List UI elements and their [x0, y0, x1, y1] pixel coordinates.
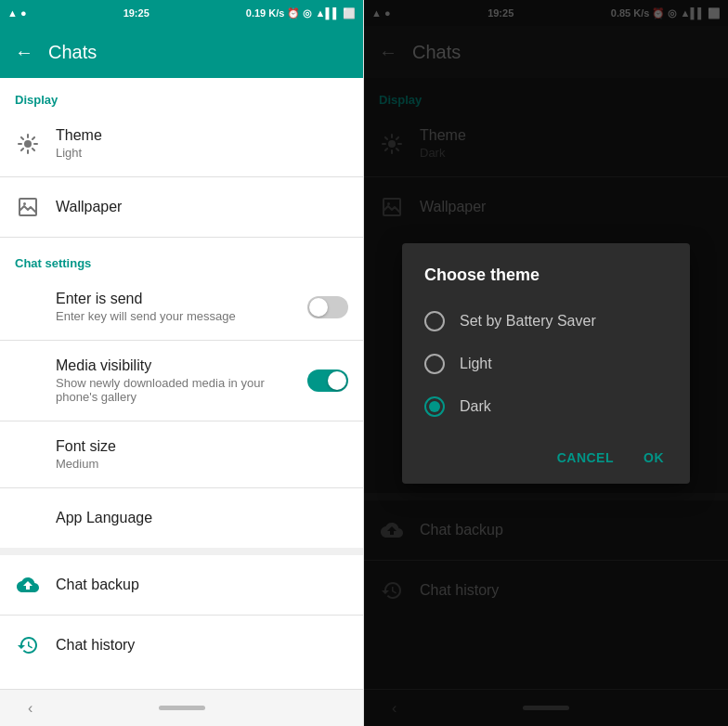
media-visibility-sublabel: Show newly downloaded media in your phon…	[56, 376, 292, 404]
dialog-option-battery[interactable]: Set by Battery Saver	[402, 300, 690, 343]
toggle-knob-media	[328, 371, 346, 390]
status-right-icons: 0.19 K/s ⏰ ◎ ▲▌▌ ⬜	[246, 7, 356, 19]
app-language-setting-left[interactable]: App Language	[0, 492, 363, 544]
theme-text-left: Theme Light	[56, 127, 348, 160]
speed-left: 0.19 K/s	[246, 7, 285, 19]
font-size-value: Medium	[56, 457, 348, 471]
display-section-header-left: Display	[0, 78, 363, 114]
toggle-knob-enter	[309, 298, 328, 317]
divider-7-left	[0, 615, 363, 616]
toolbar-left: ← Chats	[0, 26, 363, 78]
dialog-actions: CANCEL OK	[402, 435, 690, 476]
dialog-option-label-light: Light	[460, 356, 492, 372]
nav-back-left[interactable]: ‹	[28, 700, 32, 717]
page-title-left: Chats	[48, 42, 97, 63]
media-visibility-toggle[interactable]	[307, 369, 348, 392]
chat-settings-header-left: Chat settings	[0, 241, 363, 278]
dialog-option-dark[interactable]: Dark	[402, 385, 690, 428]
dialog-title: Choose theme	[402, 266, 690, 300]
divider-1-left	[0, 176, 363, 177]
choose-theme-dialog: Choose theme Set by Battery Saver Light …	[402, 243, 690, 484]
svg-point-0	[24, 140, 32, 148]
history-icon-left	[15, 632, 41, 658]
theme-icon-left	[15, 131, 41, 157]
time-left: 19:25	[124, 7, 150, 19]
enter-is-send-text: Enter is send Enter key will send your m…	[15, 291, 292, 323]
media-visibility-text: Media visibility Show newly downloaded m…	[15, 357, 292, 404]
media-visibility-label: Media visibility	[56, 357, 292, 374]
dialog-option-label-dark: Dark	[460, 398, 491, 415]
left-panel: ▲ ● 19:25 0.19 K/s ⏰ ◎ ▲▌▌ ⬜ ← Chats Dis…	[0, 0, 364, 726]
right-panel: ▲ ● 19:25 0.85 K/s ⏰ ◎ ▲▌▌ ⬜ ← Chats Dis…	[364, 0, 728, 726]
nav-bar-left: ‹	[0, 689, 363, 726]
divider-2-left	[0, 237, 363, 238]
divider-3-left	[0, 340, 363, 341]
wallpaper-label-left: Wallpaper	[56, 199, 348, 215]
font-size-text: Font size Medium	[15, 438, 348, 471]
cancel-button[interactable]: CANCEL	[546, 443, 625, 473]
chat-history-setting-left[interactable]: Chat history	[0, 619, 363, 671]
battery-icon: ⬜	[343, 7, 356, 19]
media-visibility-setting[interactable]: Media visibility Show newly downloaded m…	[0, 344, 363, 417]
font-size-label: Font size	[56, 438, 348, 455]
wallpaper-text-left: Wallpaper	[56, 199, 348, 215]
theme-setting-left[interactable]: Theme Light	[0, 114, 363, 173]
signal-icon: ▲ ●	[7, 7, 27, 19]
dialog-option-label-battery: Set by Battery Saver	[460, 313, 596, 330]
wallpaper-icon-left	[15, 194, 41, 220]
app-language-text-left: App Language	[15, 510, 348, 526]
dialog-overlay[interactable]: Choose theme Set by Battery Saver Light …	[364, 0, 728, 726]
radio-battery	[424, 311, 445, 331]
divider-4-left	[0, 421, 363, 421]
divider-6-left	[0, 548, 363, 555]
ok-button[interactable]: OK	[632, 443, 675, 473]
chat-backup-label-left: Chat backup	[56, 577, 348, 593]
radio-light	[424, 354, 445, 374]
radio-dark	[424, 396, 445, 417]
app-language-label-left: App Language	[56, 510, 348, 526]
enter-is-send-setting[interactable]: Enter is send Enter key will send your m…	[0, 278, 363, 336]
svg-point-2	[23, 202, 26, 205]
chat-history-label-left: Chat history	[56, 637, 348, 654]
enter-is-send-toggle[interactable]	[307, 296, 348, 318]
status-left-icons: ▲ ●	[7, 7, 27, 19]
font-size-setting[interactable]: Font size Medium	[0, 425, 363, 484]
status-bar-left: ▲ ● 19:25 0.19 K/s ⏰ ◎ ▲▌▌ ⬜	[0, 0, 363, 26]
divider-5-left	[0, 487, 363, 488]
chat-history-text-left: Chat history	[56, 637, 348, 654]
nav-pill-left	[159, 706, 205, 710]
radio-dark-inner	[429, 401, 440, 412]
theme-value-left: Light	[56, 146, 348, 160]
wallpaper-setting-left[interactable]: Wallpaper	[0, 181, 363, 233]
settings-content-left: Display Theme Light	[0, 78, 363, 689]
chat-backup-text-left: Chat backup	[56, 577, 348, 593]
theme-label-left: Theme	[56, 127, 348, 144]
dialog-option-light[interactable]: Light	[402, 343, 690, 385]
wifi-icon: ⏰ ◎ ▲▌▌	[287, 7, 340, 19]
enter-is-send-sublabel: Enter key will send your message	[56, 309, 292, 323]
enter-is-send-label: Enter is send	[56, 291, 292, 307]
back-button-left[interactable]: ←	[15, 42, 33, 63]
chat-backup-setting-left[interactable]: Chat backup	[0, 559, 363, 611]
backup-icon-left	[15, 572, 41, 598]
